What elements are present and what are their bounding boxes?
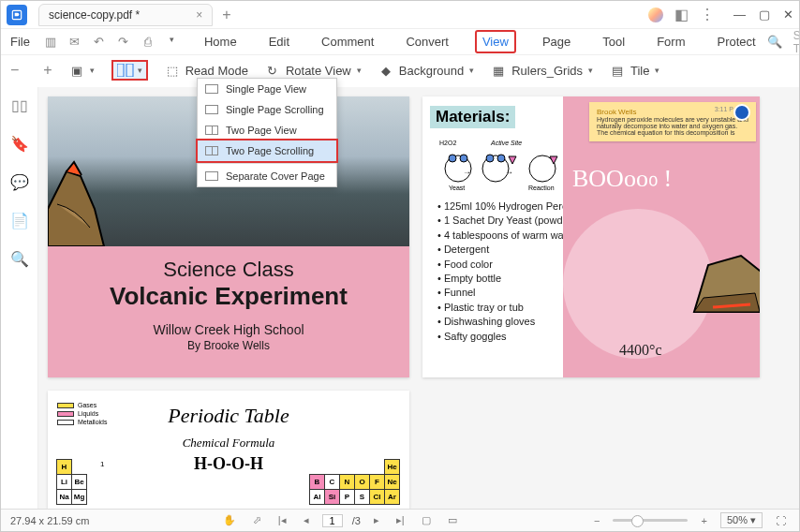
dd-separate-cover[interactable]: Separate Cover Page: [198, 166, 336, 186]
pt-left-block: H1 LiBe NaMg: [57, 460, 104, 505]
close-button[interactable]: ✕: [783, 7, 793, 22]
page1-title: Science Class: [48, 258, 409, 282]
avatar-icon[interactable]: [648, 7, 663, 22]
search-placeholder[interactable]: Search Tools: [793, 29, 800, 55]
redo-icon[interactable]: ↷: [116, 35, 131, 49]
menubar: File ▥ ✉ ↶ ↷ ⎙ ▾ Home Edit Comment Conve…: [1, 29, 799, 55]
undo-icon[interactable]: ↶: [92, 35, 107, 49]
search-panel-icon[interactable]: 🔍: [10, 250, 29, 268]
svg-point-6: [449, 155, 456, 162]
menu-convert[interactable]: Convert: [400, 32, 454, 52]
app-icon: [7, 5, 27, 25]
save-icon[interactable]: ▥: [43, 35, 58, 49]
dd-single-page-view[interactable]: Single Page View: [198, 79, 336, 99]
read-mode-button[interactable]: ⬚Read Mode: [165, 63, 248, 78]
mail-icon[interactable]: ✉: [67, 35, 82, 49]
svg-point-11: [497, 155, 505, 162]
file-menu[interactable]: File: [10, 35, 30, 49]
titlebar: science-copy.pdf * × + ◧ ⋮ — ▢ ✕: [1, 1, 799, 29]
view-toolbar: − + ▣▾ ▾ ⬚Read Mode ↻Rotate View▾ ◆Backg…: [1, 55, 799, 85]
zoom-in-button[interactable]: +: [43, 62, 52, 79]
document-viewport[interactable]: Science Class Volcanic Experiment Willow…: [38, 87, 799, 509]
comments-icon[interactable]: 💬: [10, 173, 29, 191]
thumbnails-icon[interactable]: ▯▯: [11, 96, 28, 114]
select-tool-icon[interactable]: ⬀: [249, 514, 265, 526]
kebab-icon[interactable]: ⋮: [700, 6, 715, 23]
minimize-button[interactable]: —: [733, 7, 746, 22]
last-page-button[interactable]: ▸|: [393, 514, 408, 526]
temp-text: 4400°c: [619, 342, 662, 359]
maximize-button[interactable]: ▢: [759, 7, 770, 22]
sidebar: ▯▯ 🔖 💬 📄 🔍: [1, 87, 38, 509]
menu-comment[interactable]: Comment: [316, 32, 379, 52]
zoom-in-status[interactable]: +: [697, 515, 710, 526]
page1-author: By Brooke Wells: [48, 339, 409, 352]
page-2: Materials: H2O2 Active Site → → Yeast Re…: [422, 96, 760, 377]
menu-edit[interactable]: Edit: [263, 32, 295, 52]
page-view-dropdown[interactable]: ▾: [111, 60, 148, 81]
rulers-grids-dropdown[interactable]: ▦Rulers_Grids▾: [491, 63, 593, 78]
reaction-diagram: H2O2 Active Site → → Yeast Reaction: [439, 136, 580, 192]
hand-tool-icon[interactable]: ✋: [219, 514, 240, 526]
materials-heading: Materials:: [430, 106, 515, 128]
svg-text:H2O2: H2O2: [439, 140, 456, 146]
page-input[interactable]: [322, 514, 343, 527]
notification-icon[interactable]: ◧: [674, 6, 689, 23]
menu-form[interactable]: Form: [651, 32, 690, 52]
dd-separator: [198, 163, 336, 164]
zoom-select[interactable]: 50% ▾: [720, 512, 763, 528]
rotate-view-dropdown[interactable]: ↻Rotate View▾: [265, 63, 362, 78]
tab-title: science-copy.pdf *: [49, 8, 140, 22]
tile-dropdown[interactable]: ▤Tile▾: [610, 63, 659, 78]
search-icon[interactable]: 🔍: [767, 35, 782, 49]
menu-tool[interactable]: Tool: [597, 32, 630, 52]
svg-point-10: [486, 155, 494, 162]
svg-point-7: [460, 155, 467, 162]
add-tab-button[interactable]: +: [222, 7, 230, 23]
dd-two-page-view[interactable]: Two Page View: [198, 120, 336, 140]
pt-sub: Chemical Formula: [55, 436, 402, 451]
zoom-out-button[interactable]: −: [10, 62, 19, 79]
prev-page-button[interactable]: ◂: [300, 514, 313, 526]
document-tab[interactable]: science-copy.pdf * ×: [38, 4, 213, 26]
print-icon[interactable]: ⎙: [141, 35, 156, 49]
fullscreen-icon[interactable]: ⛶: [772, 515, 790, 526]
dd-two-page-scrolling[interactable]: Two Page Scrolling: [196, 139, 338, 163]
fit-mode-dropdown[interactable]: ▣▾: [69, 63, 95, 78]
bookmarks-icon[interactable]: 🔖: [10, 135, 29, 153]
first-page-button[interactable]: |◂: [274, 514, 290, 526]
volcano-illustration: [48, 153, 141, 246]
word-badge-icon: [733, 104, 750, 121]
close-tab-icon[interactable]: ×: [196, 8, 202, 22]
svg-text:→: →: [505, 168, 513, 177]
sticky-note[interactable]: Brook Wells Hydrogen peroxide molecules …: [589, 102, 756, 141]
pt-right-block: He BCNOFNe AlSiPSClAr: [310, 460, 400, 505]
fit-width-icon[interactable]: ▭: [444, 514, 461, 526]
page-total: /3: [352, 515, 361, 526]
zoom-slider[interactable]: [613, 519, 688, 522]
pt-legend: Gases Liquids Metalloids: [57, 402, 108, 427]
attachments-icon[interactable]: 📄: [10, 212, 29, 229]
svg-text:→: →: [463, 168, 471, 177]
svg-rect-1: [117, 64, 124, 77]
page1-subtitle: Volcanic Experiment: [48, 282, 409, 311]
menu-home[interactable]: Home: [199, 32, 243, 52]
page-view-menu: Single Page View Single Page Scrolling T…: [197, 78, 337, 187]
svg-text:Reaction: Reaction: [528, 185, 555, 191]
statusbar: 27.94 x 21.59 cm ✋ ⬀ |◂ ◂ /3 ▸ ▸| ▢ ▭ − …: [1, 509, 799, 531]
menu-protect[interactable]: Protect: [711, 32, 761, 52]
svg-rect-2: [126, 64, 133, 77]
page-3: Gases Liquids Metalloids Periodic Table …: [48, 391, 409, 509]
fit-page-icon[interactable]: ▢: [418, 514, 435, 526]
page-dimensions: 27.94 x 21.59 cm: [10, 515, 89, 526]
next-page-button[interactable]: ▸: [370, 514, 383, 526]
qa-more[interactable]: ▾: [165, 35, 180, 49]
background-dropdown[interactable]: ◆Background▾: [378, 63, 474, 78]
menu-page[interactable]: Page: [537, 32, 576, 52]
rock-illustration: [685, 246, 760, 321]
svg-text:Active Site: Active Site: [490, 140, 522, 146]
zoom-out-status[interactable]: −: [590, 515, 603, 526]
menu-view[interactable]: View: [475, 30, 516, 53]
svg-text:Yeast: Yeast: [449, 185, 465, 191]
dd-single-page-scrolling[interactable]: Single Page Scrolling: [198, 99, 336, 120]
